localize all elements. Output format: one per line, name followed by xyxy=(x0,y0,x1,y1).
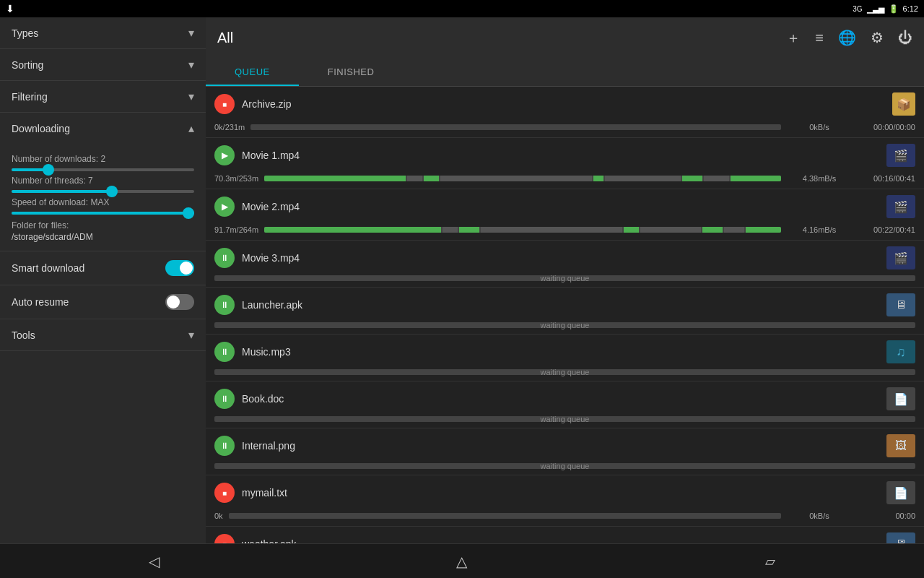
play-button[interactable]: ▶ xyxy=(214,197,235,217)
add-icon[interactable]: ＋ xyxy=(786,28,801,48)
chevron-down-icon: ▾ xyxy=(188,26,194,40)
progress-time: 00:00/00:00 xyxy=(858,123,915,131)
sidebar-header-filtering[interactable]: Filtering ▾ xyxy=(0,81,206,112)
progress-bar xyxy=(229,513,781,519)
sidebar-downloading-label: Downloading xyxy=(12,123,70,134)
num-threads-label: Number of threads: 7 xyxy=(12,176,194,186)
tab-queue[interactable]: QUEUE xyxy=(206,58,299,86)
pause-button[interactable]: ⏸ xyxy=(214,342,235,362)
pause-button[interactable]: ⏸ xyxy=(214,436,235,456)
waiting-row: waiting queue xyxy=(206,275,924,287)
tab-finished[interactable]: FINISHED xyxy=(299,58,404,86)
stop-button[interactable]: ■ xyxy=(214,94,235,114)
folder-label: Folder for files: xyxy=(12,220,194,230)
sidebar-types-label: Types xyxy=(12,27,38,39)
item-header: ⏸ Launcher.apk 🖥 xyxy=(206,288,924,322)
globe-icon[interactable]: 🌐 xyxy=(838,29,856,46)
item-thumb-mymail: 📄 xyxy=(886,481,915,504)
item-header: ⏸ Internal.png 🖼 xyxy=(206,428,924,463)
speed-download-label: Speed of download: MAX xyxy=(12,197,194,207)
speed-download-fill xyxy=(12,212,194,215)
auto-resume-row: Auto resume xyxy=(0,285,206,319)
progress-time: 00:16/00:41 xyxy=(858,174,915,183)
item-name: Music.mp3 xyxy=(242,346,879,358)
bottom-nav: ◁ △ ▱ xyxy=(0,543,924,578)
auto-resume-toggle[interactable] xyxy=(165,294,194,310)
speed-download-thumb[interactable] xyxy=(183,207,194,219)
item-header: ■ weather.apk 🖥 xyxy=(206,527,924,543)
download-item: ⏸ Internal.png 🖼 waiting queue xyxy=(206,428,924,475)
panel-title: All xyxy=(217,30,233,46)
chevron-down-icon: ▾ xyxy=(188,90,194,103)
sidebar-filtering-label: Filtering xyxy=(12,91,48,103)
download-list: ■ Archive.zip 📦 0k/231m 0kB/s 00:00/00:0… xyxy=(206,87,924,543)
home-button[interactable]: △ xyxy=(440,547,484,576)
pause-button[interactable]: ⏸ xyxy=(214,295,235,315)
recents-icon: ▱ xyxy=(765,553,775,569)
num-threads-track xyxy=(12,190,194,193)
app-icon: ⬇ xyxy=(6,3,14,14)
sidebar-header-sorting[interactable]: Sorting ▾ xyxy=(0,49,206,80)
download-item: ⏸ Music.mp3 ♫ waiting queue xyxy=(206,335,924,381)
status-bar-right: 3G ▁▃▅ 🔋 6:12 xyxy=(853,4,918,14)
status-bar: ⬇ 3G ▁▃▅ 🔋 6:12 xyxy=(0,0,924,17)
item-header: ■ Archive.zip 📦 xyxy=(206,87,924,121)
signal-bars-icon: ▁▃▅ xyxy=(867,4,884,14)
tabs-bar: QUEUE FINISHED xyxy=(206,58,924,87)
waiting-row: waiting queue xyxy=(206,369,924,381)
progress-speed: 4.16mB/s xyxy=(787,225,852,234)
back-button[interactable]: ◁ xyxy=(132,547,175,576)
item-name: mymail.txt xyxy=(242,487,879,499)
auto-resume-label: Auto resume xyxy=(12,296,69,308)
smart-download-row: Smart download xyxy=(0,251,206,285)
item-name: Movie 3.mp4 xyxy=(242,252,879,264)
item-header: ⏸ Movie 3.mp4 🎬 xyxy=(206,241,924,275)
chevron-down-icon: ▾ xyxy=(188,58,194,72)
download-item: ■ weather.apk 🖥 xyxy=(206,527,924,543)
stop-button[interactable]: ■ xyxy=(214,534,235,543)
waiting-row: waiting queue xyxy=(206,322,924,334)
item-thumb-movie2: 🎬 xyxy=(886,195,915,218)
download-item: ⏸ Movie 3.mp4 🎬 waiting queue xyxy=(206,241,924,288)
sidebar-section-tools: Tools ▾ xyxy=(0,319,206,351)
pause-button[interactable]: ⏸ xyxy=(214,389,235,409)
item-thumb-movie1: 🎬 xyxy=(886,144,915,167)
power-icon[interactable]: ⏻ xyxy=(898,30,912,46)
download-item: ■ Archive.zip 📦 0k/231m 0kB/s 00:00/00:0… xyxy=(206,87,924,138)
panel-header: All ＋ ≡ 🌐 ⚙ ⏻ xyxy=(206,17,924,58)
settings-icon[interactable]: ⚙ xyxy=(871,29,884,46)
sidebar-sorting-label: Sorting xyxy=(12,59,43,71)
item-thumb-music: ♫ xyxy=(886,340,915,363)
list-icon[interactable]: ≡ xyxy=(815,30,824,46)
download-item: ⏸ Launcher.apk 🖥 waiting queue xyxy=(206,288,924,335)
sidebar-header-types[interactable]: Types ▾ xyxy=(0,17,206,48)
item-name: Movie 2.mp4 xyxy=(242,201,879,212)
stop-button[interactable]: ■ xyxy=(214,483,235,503)
item-header: ▶ Movie 2.mp4 🎬 xyxy=(206,189,924,224)
item-thumb-internal: 🖼 xyxy=(886,434,915,457)
item-thumb-archive: 📦 xyxy=(892,92,915,116)
sidebar-section-sorting: Sorting ▾ xyxy=(0,49,206,81)
play-button[interactable]: ▶ xyxy=(214,145,235,165)
download-item: ▶ Movie 1.mp4 🎬 70.3m/253m xyxy=(206,138,924,189)
smart-download-toggle[interactable] xyxy=(165,260,194,276)
progress-size: 0k/231m xyxy=(214,123,245,131)
sidebar-downloading-content: Number of downloads: 2 Number of threads… xyxy=(0,144,206,251)
progress-speed: 0kB/s xyxy=(787,512,852,520)
num-downloads-track xyxy=(12,168,194,171)
download-item: ■ mymail.txt 📄 0k 0kB/s 00:00 xyxy=(206,475,924,527)
sidebar-header-downloading[interactable]: Downloading ▴ xyxy=(0,113,206,144)
recents-button[interactable]: ▱ xyxy=(749,547,792,576)
right-panel: All ＋ ≡ 🌐 ⚙ ⏻ QUEUE FINISHED ■ Ar xyxy=(206,17,924,543)
num-threads-thumb[interactable] xyxy=(106,186,118,197)
home-icon: △ xyxy=(456,553,467,570)
progress-size: 0k xyxy=(214,512,223,520)
pause-button[interactable]: ⏸ xyxy=(214,248,235,268)
item-header: ▶ Movie 1.mp4 🎬 xyxy=(206,138,924,173)
num-downloads-thumb[interactable] xyxy=(43,164,54,176)
item-header: ⏸ Book.doc 📄 xyxy=(206,381,924,416)
sidebar-header-tools[interactable]: Tools ▾ xyxy=(0,319,206,350)
waiting-row: waiting queue xyxy=(206,463,924,475)
sidebar-tools-label: Tools xyxy=(12,329,35,341)
main-area: Types ▾ Sorting ▾ Filtering ▾ Downloadin… xyxy=(0,17,924,543)
